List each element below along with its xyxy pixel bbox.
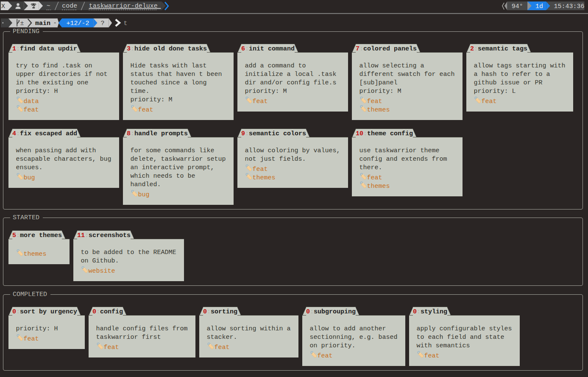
svg-text:~: ~ [47,3,50,10]
svg-text:X: X [1,3,5,10]
svg-text:main: main [35,20,50,27]
svg-text:1d: 1d [535,3,543,10]
svg-text:taskwarrior-deluxe: taskwarrior-deluxe [89,3,158,10]
svg-text:code: code [62,3,77,10]
svg-text:±: ± [20,20,24,27]
svg-text:t: t [124,20,128,27]
svg-text:94°: 94° [512,3,523,10]
svg-text:+12/-2: +12/-2 [67,20,89,27]
svg-text:15:43:36: 15:43:36 [554,3,585,10]
svg-text:?: ? [101,20,105,27]
